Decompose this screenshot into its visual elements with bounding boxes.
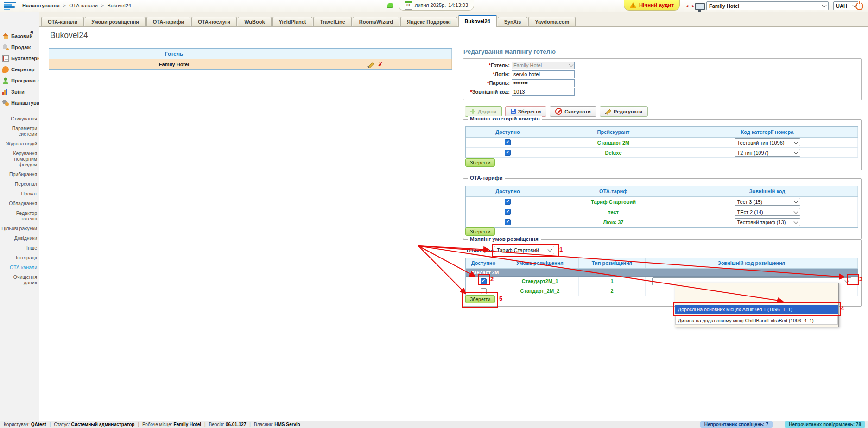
sidebar-item-housekeeping[interactable]: Прибирання <box>0 171 37 177</box>
room-code-select[interactable]: Т2 тип (1097) <box>735 149 800 157</box>
placement-mapping-save-button[interactable]: Зберегти <box>465 295 495 303</box>
night-audit-badge[interactable]: Нічний аудит <box>624 0 680 11</box>
sidebar-item-integrations[interactable]: Інтеграції <box>0 255 37 260</box>
category-mapping-save-button[interactable]: Зберегти <box>465 158 495 167</box>
sidebar-item-equipment[interactable]: Обладнання <box>0 201 37 206</box>
available-checkbox[interactable] <box>481 288 487 294</box>
sidebar-module-loyalty[interactable]: Програма ло <box>0 75 39 86</box>
edit-button[interactable]: Редагувати <box>600 106 648 117</box>
version-value: 06.01.127 <box>226 422 247 427</box>
sidebar-module-settings[interactable]: Налаштуван <box>0 97 39 108</box>
sidebar-item-docking[interactable]: Стикування <box>0 116 37 121</box>
tab-ota-channels[interactable]: ОТА-канали <box>41 17 84 26</box>
tab-bukovel24[interactable]: Bukovel24 <box>458 15 497 27</box>
ota-tariffs-save-button[interactable]: Зберегти <box>465 227 495 236</box>
sidebar-item-data-cleanup[interactable]: Очищення даних <box>0 274 37 285</box>
available-checkbox[interactable] <box>505 219 511 225</box>
tab-ota-services[interactable]: ОТА-послуги <box>191 17 237 26</box>
tab-placement-terms[interactable]: Умови розміщення <box>85 17 145 26</box>
add-button[interactable]: Додати <box>465 106 502 117</box>
fieldset-legend: Маппінг категорій номерів <box>468 116 542 121</box>
dropdown-option-childband[interactable]: Дитина на додатковому місці ChildBandExt… <box>675 316 838 325</box>
sidebar-item-ota-channels[interactable]: ОТА-канали <box>0 264 37 270</box>
panel-title: Редагування маппінгу готелю <box>463 48 556 55</box>
edit-icon[interactable] <box>368 62 374 68</box>
page-title: Bukovel24 <box>50 31 88 40</box>
dropdown-option-adultbed[interactable]: Дорослі на основних місцях AdultBed 1 (1… <box>675 305 838 314</box>
available-checkbox[interactable] <box>481 278 487 284</box>
application-window: Налаштування > ОТА-канали > Bukovel24 31… <box>0 0 868 428</box>
fieldset-legend: ОТА-тарифи <box>468 175 505 181</box>
hotel-select[interactable]: Family Hotel <box>706 1 829 10</box>
sidebar-item-other[interactable]: Інше <box>0 245 37 251</box>
sidebar-module-secretary[interactable]: Секретар <box>0 64 39 75</box>
sidebar-item-system-params[interactable]: Параметри системи <box>0 126 37 137</box>
sidebar-module-accounting[interactable]: Бухгалтерія <box>0 53 39 64</box>
hotels-table: Готель Family Hotel ✗ <box>49 48 452 70</box>
sidebar-collapse-icon[interactable]: ◀ <box>30 30 33 34</box>
available-checkbox[interactable] <box>505 139 511 145</box>
logout-power-icon[interactable] <box>855 2 863 10</box>
version-label: Версія: <box>209 422 224 427</box>
breadcrumb-ota-channels-link[interactable]: ОТА-канали <box>69 3 98 8</box>
top-bar: Налаштування > ОТА-канали > Bukovel24 31… <box>0 0 868 13</box>
hotels-table-header: Готель <box>49 49 452 59</box>
resize-arrows-icon[interactable]: ◄ ► <box>685 4 696 8</box>
chevron-down-icon <box>548 247 552 252</box>
group-row: Стандарт 2М <box>466 269 858 277</box>
available-checkbox[interactable] <box>505 199 511 205</box>
save-button[interactable]: Зберегти <box>505 106 546 117</box>
table-row: Стандарт 2М Тестовий тип (1096) <box>466 138 858 148</box>
sidebar-item-directories[interactable]: Довідники <box>0 235 37 241</box>
placement-code-dropdown-popup: Дорослі на основних місцях AdultBed 1 (1… <box>675 283 839 327</box>
external-code-select[interactable]: ТЕст 2 (14) <box>735 208 800 216</box>
col-pricelist: Прейскурант <box>550 127 677 137</box>
password-field-input[interactable]: •••••••• <box>512 79 575 87</box>
external-code-field-input[interactable]: 1013 <box>512 88 575 96</box>
sidebar-item-room-fund[interactable]: Керування номерним фондом <box>0 151 37 167</box>
hotel-name: Family Hotel <box>49 59 299 69</box>
sidebar-item-rental[interactable]: Прокат <box>0 191 37 196</box>
hotel-row[interactable]: Family Hotel ✗ <box>49 59 452 69</box>
sidebar-module-sales[interactable]: Продаж <box>0 42 39 53</box>
breadcrumb-settings-link[interactable]: Налаштування <box>22 3 60 8</box>
hotels-column-header: Готель <box>49 49 299 59</box>
chat-bubble-icon[interactable] <box>387 3 393 8</box>
person-icon <box>2 77 9 84</box>
tab-yavdoma[interactable]: Yavdoma.com <box>528 17 576 26</box>
unread-messages-badge[interactable]: Непрочитаних повідомлень: 78 <box>785 421 865 428</box>
tab-wubook[interactable]: WuBook <box>238 17 271 26</box>
cancel-button[interactable]: Скасувати <box>550 106 596 117</box>
unread-notifications-badge[interactable]: Непрочитаних сповіщень: 7 <box>700 421 773 428</box>
room-code-select[interactable]: Тестовий тип (1096) <box>735 138 800 146</box>
sidebar-item-event-log[interactable]: Журнал подій <box>0 141 37 146</box>
sidebar-module-reports[interactable]: Звіти <box>0 86 39 97</box>
external-code-select[interactable]: Тест 3 (15) <box>735 198 800 206</box>
tab-synxis[interactable]: SynXis <box>498 17 528 26</box>
password-field-label: *Пароль: <box>463 80 510 86</box>
tab-yieldplanet[interactable]: YieldPlanet <box>272 17 313 26</box>
login-field-input[interactable]: servio-hotel <box>512 70 575 78</box>
available-checkbox[interactable] <box>505 150 511 156</box>
delete-icon[interactable]: ✗ <box>378 61 382 68</box>
tab-travelline[interactable]: TravelLine <box>313 17 351 26</box>
tab-yandex-travel[interactable]: Яндекс Подорожі <box>400 17 457 26</box>
ledger-icon <box>2 55 9 62</box>
tab-ota-tariffs[interactable]: ОТА-тарифи <box>146 17 191 26</box>
available-checkbox[interactable] <box>505 209 511 215</box>
status-value: Системный администратор <box>71 422 135 427</box>
sidebar-item-target-accounts[interactable]: Цільові рахунки <box>0 226 37 231</box>
sidebar-module-basic[interactable]: Базовий <box>0 31 39 42</box>
ota-tariff-select[interactable]: Тариф Стартовий <box>494 246 554 254</box>
sidebar-item-hotel-editor[interactable]: Редактор готелів <box>0 210 37 221</box>
chevron-down-icon <box>793 199 798 203</box>
col-room-code: Код категорії номера <box>677 127 858 137</box>
bar-chart-icon <box>2 88 9 95</box>
tab-roomswizard[interactable]: RoomsWizard <box>353 17 399 26</box>
external-code-select[interactable]: Тестовий тариф (13) <box>735 218 800 226</box>
owner-label: Власник: <box>254 422 273 427</box>
app-logo-icon <box>4 2 18 10</box>
sidebar-item-staff[interactable]: Персонал <box>0 181 37 187</box>
chevron-down-icon <box>793 150 798 154</box>
hotel-field-select[interactable]: Family Hotel <box>512 62 575 69</box>
